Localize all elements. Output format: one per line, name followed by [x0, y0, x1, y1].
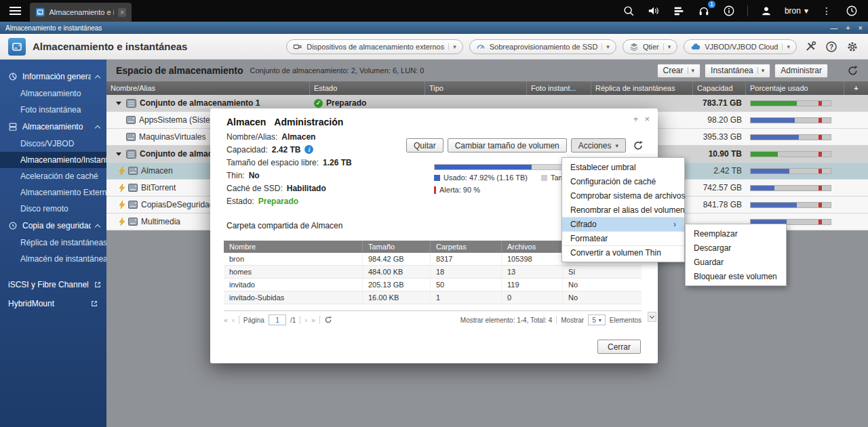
column-nombre-alias[interactable]: Nombre/Alias [106, 81, 310, 95]
info-icon[interactable]: i [304, 145, 313, 154]
tools-icon[interactable] [803, 39, 818, 54]
field-label: Caché de SSD: [226, 184, 283, 193]
dialog-close-icon[interactable]: × [644, 114, 650, 124]
folder-row-invitado[interactable]: invitado 205.13 GB 50 119 No [224, 279, 642, 291]
menu-item-cifrado[interactable]: Cifrado › [562, 217, 684, 231]
column-archivos[interactable]: Archivos [502, 241, 563, 253]
tab-close-icon[interactable]: × [118, 8, 126, 17]
submenu-item-bloquear-volumen[interactable]: Bloquear este volumen [686, 269, 786, 283]
create-button[interactable]: Crear▾ [657, 64, 701, 78]
dialog-maximize-icon[interactable]: + [633, 114, 639, 124]
volume-icon [128, 167, 138, 175]
resize-volume-button[interactable]: Cambiar tamaño de volumen [448, 138, 567, 152]
ssd-overprovisioning-button[interactable]: Sobreaprovisionamiento de SSD ▾ [469, 39, 616, 54]
menu-item-formatear[interactable]: Formatear [562, 231, 684, 245]
clock-icon[interactable] [845, 4, 859, 18]
main-menu-button[interactable] [0, 0, 30, 22]
window-minimize-icon[interactable]: — [830, 24, 837, 32]
support-icon[interactable]: 1 [697, 4, 711, 18]
info-icon[interactable] [722, 4, 736, 18]
page-title: Almacenamiento e instantáneas [33, 41, 187, 52]
sidebar-item-disco-remoto[interactable]: Disco remoto [0, 201, 106, 217]
column-estado[interactable]: Estado [310, 81, 425, 95]
menu-item-establecer-umbral[interactable]: Establecer umbral [562, 160, 684, 174]
submenu-item-guardar[interactable]: Guardar [686, 255, 786, 269]
sidebar-item-almacenamiento-externo[interactable]: Almacenamiento Externo [0, 184, 106, 201]
refresh-icon[interactable] [633, 140, 644, 151]
column-carpetas[interactable]: Carpetas [431, 241, 502, 253]
snapshot-button[interactable]: Instantánea▾ [705, 64, 770, 78]
menu-item-renombrar-alias[interactable]: Renombrar el alias del volumen [562, 203, 684, 217]
manage-button[interactable]: Administrar [774, 64, 828, 78]
capacity-cell: 98.20 GB [693, 112, 746, 128]
menu-item-convertir-thin[interactable]: Convertir a volumen Thin [562, 245, 684, 260]
column-porcentaje[interactable]: Porcentaje usado [746, 81, 844, 95]
menu-item-comprobar-sistema[interactable]: Comprobar sistema de archivos [562, 188, 684, 203]
field-value: 1.26 TB [323, 158, 352, 167]
user-icon[interactable] [760, 4, 773, 18]
submenu-item-descargar[interactable]: Descargar [686, 241, 786, 255]
sidebar-link-hybridmount[interactable]: HybridMount [0, 294, 106, 313]
ssd-gauge-icon [476, 42, 486, 52]
refresh-icon[interactable] [847, 65, 859, 77]
column-foto-instantanea[interactable]: Foto instant... [527, 81, 591, 95]
column-tamano[interactable]: Tamaño [363, 241, 431, 253]
pager-divider [300, 316, 300, 324]
submenu-arrow-icon: › [673, 220, 676, 229]
first-page-icon[interactable]: « [224, 316, 228, 324]
column-capacidad[interactable]: Capacidad [693, 81, 746, 95]
file-count: 0 [502, 291, 563, 304]
next-page-icon[interactable]: › [304, 316, 307, 324]
sidebar-item-almacenamiento-instantaneas[interactable]: Almacenamiento/Instant... [0, 152, 106, 168]
usage-cell [746, 197, 844, 213]
folder-row-homes[interactable]: homes 484.00 KB 18 13 Sí [224, 266, 642, 279]
vjbod-cloud-button[interactable]: VJBOD/VJBOD Cloud ▾ [684, 39, 797, 54]
app-tab[interactable]: Almacenamiento e i... × [30, 3, 132, 22]
sidebar-item-replica-instantaneas[interactable]: Réplica de instantáneas [0, 235, 106, 251]
quitar-button[interactable]: Quitar [406, 138, 443, 152]
sidebar-section-copia-seguridad[interactable]: Copia de seguridad d... [0, 217, 106, 235]
sidebar-link-iscsi[interactable]: iSCSI y Fibre Channel [0, 275, 106, 294]
background-tasks-icon[interactable] [672, 4, 686, 18]
folder-count: 8317 [431, 253, 502, 265]
sidebar-item-almacen-instantaneas[interactable]: Almacén de instantáneas [0, 251, 106, 267]
more-options-icon[interactable]: ⋮ [820, 4, 833, 18]
scroll-down-button[interactable] [648, 312, 656, 322]
column-replica[interactable]: Réplica de instantáneas [591, 81, 693, 95]
search-icon[interactable] [622, 4, 635, 18]
collapse-icon[interactable] [116, 102, 121, 105]
submenu-item-reemplazar[interactable]: Reemplazar [686, 226, 786, 241]
sidebar-item-foto-instantanea[interactable]: Foto instantánea [0, 102, 106, 118]
collapse-icon[interactable] [116, 152, 121, 156]
sidebar-links: iSCSI y Fibre Channel HybridMount [0, 275, 106, 313]
qtier-button[interactable]: Qtier ▾ [623, 39, 677, 54]
acciones-button[interactable]: Acciones▾ [571, 138, 626, 152]
item-label: Discos/VJBOD [20, 139, 74, 148]
sidebar-section-overview[interactable]: Información general [0, 68, 106, 85]
window-close-icon[interactable]: × [859, 24, 863, 32]
gear-icon[interactable] [845, 39, 860, 54]
user-menu[interactable]: bron▾ [785, 6, 808, 16]
folder-size: 984.42 GB [363, 253, 431, 265]
window-maximize-icon[interactable]: + [846, 24, 850, 32]
refresh-icon[interactable] [324, 316, 332, 324]
sidebar-item-aceleracion-cache[interactable]: Aceleración de caché [0, 168, 106, 184]
folder-row-invitado-subidas[interactable]: invitado-Subidas 16.00 KB 1 0 No [224, 291, 642, 304]
external-storage-devices-button[interactable]: Dispositivos de almacenamiento externos … [286, 39, 463, 54]
sidebar-item-almacenamiento[interactable]: Almacenamiento [0, 85, 106, 102]
window-title: Almacenamiento e instantáneas [5, 24, 102, 32]
column-nombre[interactable]: Nombre [224, 241, 363, 253]
cerrar-button[interactable]: Cerrar [597, 340, 641, 354]
prev-page-icon[interactable]: ‹ [232, 316, 235, 324]
help-icon[interactable]: ? [824, 39, 839, 54]
menu-item-configuracion-cache[interactable]: Configuración de caché [562, 174, 684, 188]
sidebar-item-discos-vjbod[interactable]: Discos/VJBOD [0, 136, 106, 152]
add-column-button[interactable]: + [844, 81, 868, 95]
volume-icon[interactable] [647, 4, 660, 18]
sidebar-section-almacenamiento[interactable]: Almacenamiento [0, 118, 106, 136]
page-size-select[interactable]: 5▾ [588, 314, 606, 325]
window-titlebar[interactable]: Almacenamiento e instantáneas — + × [0, 22, 868, 34]
column-tipo[interactable]: Tipo [425, 81, 527, 95]
last-page-icon[interactable]: » [311, 316, 315, 324]
page-number-input[interactable] [269, 314, 286, 325]
